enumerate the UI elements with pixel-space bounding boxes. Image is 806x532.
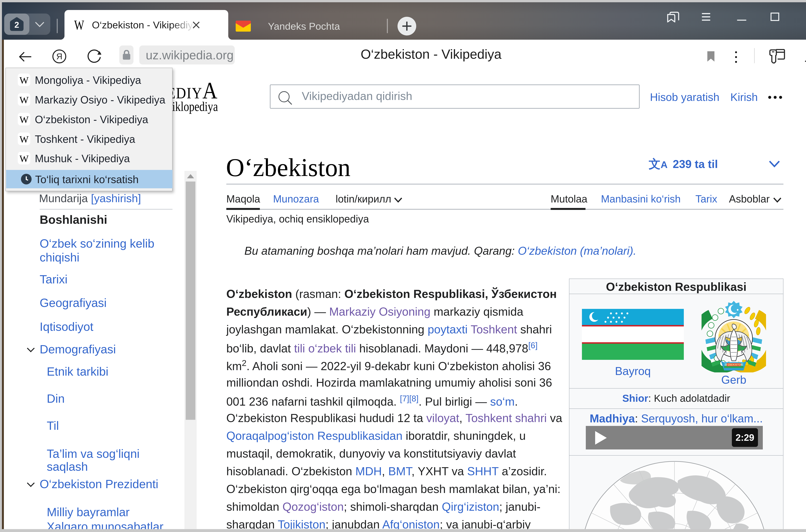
svg-text:Я: Я [56, 52, 62, 61]
svg-text:O‘ZBEKISTON: O‘ZBEKISTON [725, 363, 743, 366]
